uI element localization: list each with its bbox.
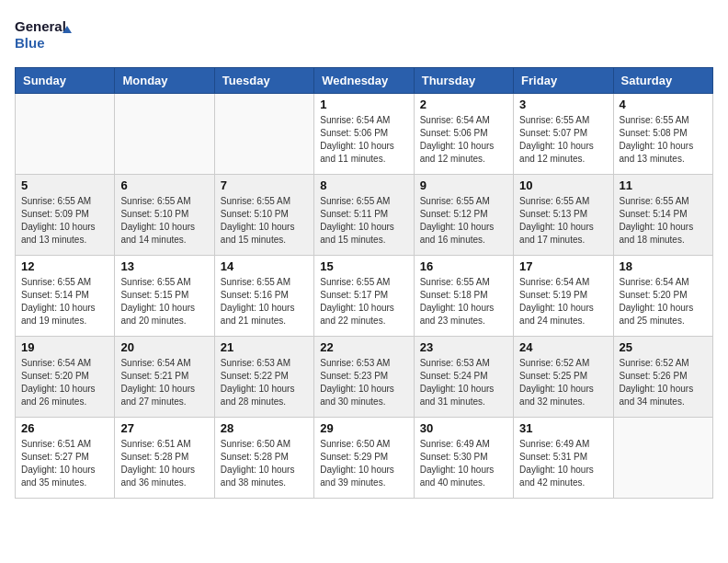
day-number: 5 [21,178,108,192]
calendar-day-empty [115,94,214,175]
day-info: Sunrise: 6:55 AM Sunset: 5:07 PM Dayligh… [519,114,607,166]
day-info: Sunrise: 6:55 AM Sunset: 5:14 PM Dayligh… [21,276,108,327]
day-number: 25 [620,340,707,354]
calendar-day-8: 8Sunrise: 6:55 AM Sunset: 5:11 PM Daylig… [314,175,414,256]
day-number: 27 [120,421,208,435]
day-header-saturday: Saturday [613,68,712,94]
day-info: Sunrise: 6:49 AM Sunset: 5:31 PM Dayligh… [519,438,607,489]
days-header-row: SundayMondayTuesdayWednesdayThursdayFrid… [16,68,713,94]
calendar-day-2: 2Sunrise: 6:54 AM Sunset: 5:06 PM Daylig… [414,94,513,175]
day-info: Sunrise: 6:52 AM Sunset: 5:26 PM Dayligh… [620,357,707,408]
day-number: 4 [620,98,707,111]
calendar-day-23: 23Sunrise: 6:53 AM Sunset: 5:24 PM Dayli… [414,337,513,418]
day-number: 28 [221,421,308,435]
day-number: 8 [320,178,407,192]
day-header-sunday: Sunday [16,68,115,94]
logo-svg: GeneralBlue [15,15,79,56]
calendar-day-25: 25Sunrise: 6:52 AM Sunset: 5:26 PM Dayli… [613,337,712,418]
day-info: Sunrise: 6:55 AM Sunset: 5:12 PM Dayligh… [420,195,507,247]
day-info: Sunrise: 6:53 AM Sunset: 5:24 PM Dayligh… [420,357,507,408]
calendar-day-20: 20Sunrise: 6:54 AM Sunset: 5:21 PM Dayli… [115,337,214,418]
calendar-day-22: 22Sunrise: 6:53 AM Sunset: 5:23 PM Dayli… [314,337,414,418]
day-number: 17 [519,259,607,273]
day-number: 24 [519,340,607,354]
day-number: 18 [620,259,707,273]
day-info: Sunrise: 6:53 AM Sunset: 5:23 PM Dayligh… [320,357,407,408]
calendar-table: SundayMondayTuesdayWednesdayThursdayFrid… [15,67,713,499]
day-number: 13 [120,259,208,273]
day-info: Sunrise: 6:54 AM Sunset: 5:20 PM Dayligh… [21,357,108,408]
day-info: Sunrise: 6:52 AM Sunset: 5:25 PM Dayligh… [519,357,607,408]
day-header-monday: Monday [115,68,214,94]
calendar-day-empty [613,418,712,499]
day-info: Sunrise: 6:55 AM Sunset: 5:09 PM Dayligh… [21,195,108,247]
calendar-day-empty [16,94,115,175]
calendar-day-10: 10Sunrise: 6:55 AM Sunset: 5:13 PM Dayli… [514,175,613,256]
day-header-thursday: Thursday [414,68,513,94]
calendar-day-29: 29Sunrise: 6:50 AM Sunset: 5:29 PM Dayli… [314,418,414,499]
calendar-week-row: 5Sunrise: 6:55 AM Sunset: 5:09 PM Daylig… [16,175,713,256]
day-number: 21 [221,340,308,354]
day-number: 10 [519,178,607,192]
day-info: Sunrise: 6:55 AM Sunset: 5:10 PM Dayligh… [221,195,308,247]
day-info: Sunrise: 6:55 AM Sunset: 5:16 PM Dayligh… [221,276,308,327]
day-number: 11 [620,178,707,192]
day-number: 22 [320,340,407,354]
calendar-day-11: 11Sunrise: 6:55 AM Sunset: 5:14 PM Dayli… [613,175,712,256]
day-number: 1 [320,98,407,111]
calendar-day-6: 6Sunrise: 6:55 AM Sunset: 5:10 PM Daylig… [115,175,214,256]
day-info: Sunrise: 6:49 AM Sunset: 5:30 PM Dayligh… [420,438,507,489]
day-info: Sunrise: 6:54 AM Sunset: 5:06 PM Dayligh… [320,114,407,166]
day-number: 23 [420,340,507,354]
calendar-day-3: 3Sunrise: 6:55 AM Sunset: 5:07 PM Daylig… [514,94,613,175]
calendar-week-row: 26Sunrise: 6:51 AM Sunset: 5:27 PM Dayli… [16,418,713,499]
day-number: 16 [420,259,507,273]
day-header-friday: Friday [514,68,613,94]
day-header-wednesday: Wednesday [314,68,414,94]
day-info: Sunrise: 6:55 AM Sunset: 5:08 PM Dayligh… [620,114,707,166]
calendar-day-4: 4Sunrise: 6:55 AM Sunset: 5:08 PM Daylig… [613,94,712,175]
calendar-week-row: 1Sunrise: 6:54 AM Sunset: 5:06 PM Daylig… [16,94,713,175]
day-number: 26 [21,421,108,435]
day-info: Sunrise: 6:54 AM Sunset: 5:21 PM Dayligh… [120,357,208,408]
day-number: 3 [519,98,607,111]
day-info: Sunrise: 6:54 AM Sunset: 5:06 PM Dayligh… [420,114,507,166]
day-info: Sunrise: 6:55 AM Sunset: 5:13 PM Dayligh… [519,195,607,247]
calendar-day-empty [214,94,313,175]
calendar-day-14: 14Sunrise: 6:55 AM Sunset: 5:16 PM Dayli… [214,256,313,337]
calendar-day-30: 30Sunrise: 6:49 AM Sunset: 5:30 PM Dayli… [414,418,513,499]
day-number: 9 [420,178,507,192]
day-info: Sunrise: 6:55 AM Sunset: 5:17 PM Dayligh… [320,276,407,327]
calendar-day-5: 5Sunrise: 6:55 AM Sunset: 5:09 PM Daylig… [16,175,115,256]
day-number: 30 [420,421,507,435]
page-header: GeneralBlue [15,15,713,56]
day-number: 20 [120,340,208,354]
day-number: 15 [320,259,407,273]
svg-text:Blue: Blue [15,35,45,51]
calendar-week-row: 19Sunrise: 6:54 AM Sunset: 5:20 PM Dayli… [16,337,713,418]
day-info: Sunrise: 6:53 AM Sunset: 5:22 PM Dayligh… [221,357,308,408]
calendar-week-row: 12Sunrise: 6:55 AM Sunset: 5:14 PM Dayli… [16,256,713,337]
calendar-day-7: 7Sunrise: 6:55 AM Sunset: 5:10 PM Daylig… [214,175,313,256]
calendar-day-31: 31Sunrise: 6:49 AM Sunset: 5:31 PM Dayli… [514,418,613,499]
svg-text:General: General [15,18,66,34]
day-info: Sunrise: 6:55 AM Sunset: 5:10 PM Dayligh… [120,195,208,247]
calendar-day-12: 12Sunrise: 6:55 AM Sunset: 5:14 PM Dayli… [16,256,115,337]
calendar-day-21: 21Sunrise: 6:53 AM Sunset: 5:22 PM Dayli… [214,337,313,418]
day-number: 2 [420,98,507,111]
calendar-day-17: 17Sunrise: 6:54 AM Sunset: 5:19 PM Dayli… [514,256,613,337]
day-number: 12 [21,259,108,273]
calendar-day-19: 19Sunrise: 6:54 AM Sunset: 5:20 PM Dayli… [16,337,115,418]
day-info: Sunrise: 6:51 AM Sunset: 5:27 PM Dayligh… [21,438,108,489]
calendar-day-27: 27Sunrise: 6:51 AM Sunset: 5:28 PM Dayli… [115,418,214,499]
logo: GeneralBlue [15,15,79,56]
calendar-day-24: 24Sunrise: 6:52 AM Sunset: 5:25 PM Dayli… [514,337,613,418]
day-info: Sunrise: 6:51 AM Sunset: 5:28 PM Dayligh… [120,438,208,489]
calendar-day-16: 16Sunrise: 6:55 AM Sunset: 5:18 PM Dayli… [414,256,513,337]
calendar-day-18: 18Sunrise: 6:54 AM Sunset: 5:20 PM Dayli… [613,256,712,337]
day-info: Sunrise: 6:50 AM Sunset: 5:29 PM Dayligh… [320,438,407,489]
calendar-day-28: 28Sunrise: 6:50 AM Sunset: 5:28 PM Dayli… [214,418,313,499]
day-number: 6 [120,178,208,192]
calendar-day-9: 9Sunrise: 6:55 AM Sunset: 5:12 PM Daylig… [414,175,513,256]
day-info: Sunrise: 6:55 AM Sunset: 5:18 PM Dayligh… [420,276,507,327]
